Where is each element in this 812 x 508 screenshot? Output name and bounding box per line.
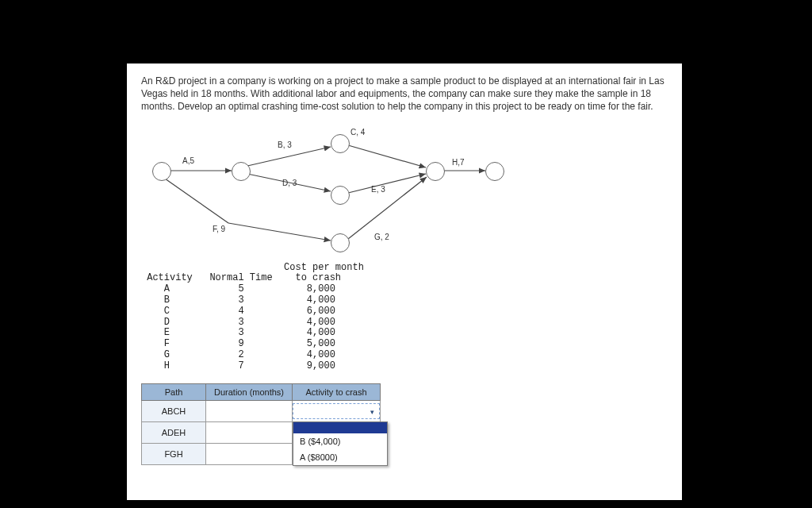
table-row: B 3 4,000 (141, 294, 335, 306)
svg-line-5 (348, 145, 426, 167)
diagram-node (426, 162, 445, 181)
activity-dropdown[interactable]: ▾ B ($4,000) A ($8000) (293, 403, 380, 419)
table-row: G 2 4,000 (141, 349, 335, 360)
dropdown-header-bar (293, 422, 387, 433)
problem-statement: An R&D project in a company is working o… (141, 75, 668, 114)
dropdown-option[interactable]: A ($8000) (293, 449, 387, 465)
duration-cell[interactable] (206, 400, 293, 421)
diagram-node (331, 134, 350, 153)
path-col-header: Path (142, 383, 206, 400)
activity-to-crash-cell[interactable]: ▾ B ($4,000) A ($8000) (293, 400, 381, 421)
edge-label: H,7 (452, 158, 465, 167)
svg-line-4 (228, 223, 331, 241)
edge-label: E, 3 (371, 185, 385, 194)
diagram-node (232, 162, 251, 181)
path-table: Path Duration (months) Activity to crash… (141, 383, 381, 465)
activity-table: Cost per month Activity Normal Time to c… (141, 263, 668, 372)
crash-col-header: Activity to crash (293, 383, 381, 400)
path-cell: ADEH (142, 421, 206, 443)
edge-label: D, 3 (282, 179, 297, 187)
svg-line-7 (348, 177, 427, 239)
duration-col-header: Duration (months) (206, 383, 293, 400)
table-row: H 7 9,000 (141, 360, 335, 371)
diagram-node (485, 162, 504, 181)
path-cell: FGH (142, 443, 206, 464)
edge-label: C, 4 (350, 128, 365, 137)
svg-line-1 (247, 147, 331, 166)
network-diagram: A,5 B, 3 C, 4 D, 3 E, 3 F, 9 G, 2 H,7 (141, 123, 522, 258)
edge-label: F, 9 (213, 225, 225, 233)
activity-table-header: Activity Normal Time to crash (141, 272, 341, 283)
dropdown-option[interactable]: B ($4,000) (293, 433, 387, 449)
table-row: A 5 8,000 (141, 283, 335, 294)
edge-label: B, 3 (278, 140, 292, 149)
table-row: E 3 4,000 (141, 327, 335, 338)
activity-table-header: Cost per month (141, 262, 364, 273)
edge-label: G, 2 (374, 233, 389, 241)
edge-label: A,5 (182, 156, 194, 165)
table-row: C 4 6,000 (141, 306, 335, 317)
chevron-down-icon[interactable]: ▾ (366, 406, 377, 418)
diagram-node (152, 162, 171, 181)
svg-line-6 (348, 174, 426, 193)
page: An R&D project in a company is working o… (0, 0, 812, 508)
diagram-node (331, 233, 350, 252)
dropdown-panel: B ($4,000) A ($8000) (293, 421, 388, 466)
path-cell: ABCH (142, 400, 206, 421)
duration-cell[interactable] (206, 421, 293, 443)
diagram-node (331, 186, 350, 205)
document-body: An R&D project in a company is working o… (127, 64, 682, 500)
table-row: D 3 4,000 (141, 317, 335, 328)
svg-line-3 (165, 179, 228, 223)
duration-cell[interactable] (206, 443, 293, 464)
table-row: F 9 5,000 (141, 338, 335, 349)
